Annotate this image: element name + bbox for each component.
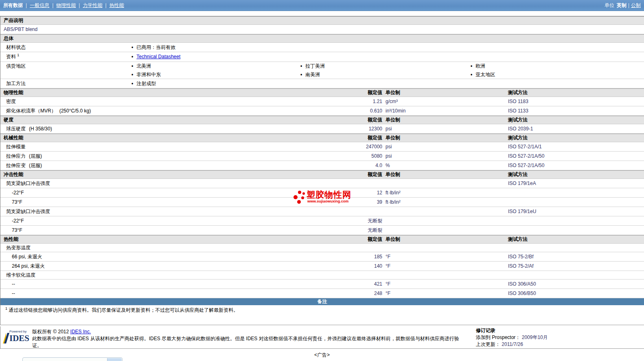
footer-text: 版权所有 © 2012 IDES Inc. 此数据表中的信息由 IDES 从该材… bbox=[32, 328, 468, 342]
bullet-icon: • bbox=[471, 63, 472, 69]
property-unit: psi bbox=[386, 142, 392, 151]
test-method: ISO 179/1eA bbox=[508, 179, 536, 188]
resource-row: 资料 1 •Technical Datasheet bbox=[0, 52, 644, 62]
column-header-method: 测试方法 bbox=[508, 134, 528, 142]
section-title: 产品说明 bbox=[4, 18, 23, 23]
property-value: 12300 bbox=[0, 124, 382, 133]
property-value: 248 bbox=[0, 289, 382, 298]
section-header-mechanical: 机械性能 额定值 单位制 测试方法 bbox=[0, 134, 644, 142]
column-header-method: 测试方法 bbox=[508, 171, 528, 178]
test-method: ISO 75-2/Af bbox=[508, 262, 534, 271]
table-row: 简支梁缺口冲击强度 ISO 179/1eU bbox=[0, 207, 644, 216]
property-label: 简支梁缺口冲击强度 bbox=[6, 209, 50, 214]
copyright-year: © 2012 bbox=[53, 329, 69, 335]
property-value: 5080 bbox=[0, 152, 382, 161]
test-method: ISO 306/B50 bbox=[508, 289, 536, 298]
status-value: •已商用：当前有效 bbox=[131, 43, 175, 52]
table-row: 66 psi, 未退火 185 °F ISO 75-2/Bf bbox=[0, 252, 644, 262]
table-row: -22°F 无断裂 bbox=[0, 216, 644, 226]
test-method: ISO 527-2/1A/1 bbox=[508, 142, 542, 151]
unit-metric-link[interactable]: 公制 bbox=[631, 2, 641, 9]
section-header-product: 产品说明 bbox=[0, 16, 644, 25]
column-header-value: 额定值 bbox=[0, 134, 382, 142]
added-value: 2009年10月 bbox=[522, 335, 548, 340]
bullet-icon: • bbox=[471, 72, 472, 77]
property-value: 421 bbox=[0, 280, 382, 288]
product-name-row: ABS/PBT blend bbox=[0, 25, 644, 34]
nav-separator: | bbox=[105, 2, 106, 8]
table-row: 热变形温度 bbox=[0, 244, 644, 252]
nav-separator: | bbox=[52, 2, 53, 8]
property-value: 39 bbox=[0, 198, 382, 207]
column-header-value: 额定值 bbox=[0, 116, 382, 124]
bullet-icon: • bbox=[300, 63, 302, 69]
test-method: ISO 1183 bbox=[508, 97, 528, 106]
property-value: 无断裂 bbox=[0, 226, 382, 235]
section-header-thermal: 热性能 额定值 单位制 测试方法 bbox=[0, 235, 644, 244]
region-item: •欧洲 bbox=[471, 62, 485, 70]
test-method: ISO 527-2/1A/50 bbox=[508, 152, 544, 161]
nav-links: 所有数据 | 一般信息 | 物理性能 | 力学性能 | 热性能 bbox=[3, 2, 124, 9]
table-row: 熔化体积流率（MVR）(250°C/5.0 kg) 0.610 in³/10mi… bbox=[0, 106, 644, 116]
table-row: 73°F 无断裂 bbox=[0, 226, 644, 235]
updated-value: 2011/7/26 bbox=[502, 341, 523, 347]
table-row: 密度 1.21 g/cm³ ISO 1183 bbox=[0, 97, 644, 106]
property-unit: ft·lb/in² bbox=[386, 198, 401, 207]
added-label: 添加到 Prospector： bbox=[476, 335, 520, 340]
product-name: ABS/PBT blend bbox=[4, 26, 37, 32]
property-unit: in³/10min bbox=[386, 106, 405, 115]
region-item: •亚太地区 bbox=[471, 70, 495, 79]
region-item: •非洲和中东 bbox=[131, 70, 161, 79]
section-header-impact: 冲击性能 额定值 单位制 测试方法 bbox=[0, 170, 644, 179]
notes-title: 备注 bbox=[318, 299, 327, 304]
nav-item-mechanical[interactable]: 力学性能 bbox=[83, 2, 102, 9]
property-label: 维卡软化温度 bbox=[6, 272, 35, 278]
nav-item-thermal[interactable]: 热性能 bbox=[110, 2, 124, 9]
test-method: ISO 306/A50 bbox=[508, 280, 536, 288]
notes-bar: 备注 bbox=[0, 298, 644, 305]
resource-item: •Technical Datasheet bbox=[131, 52, 180, 61]
nav-item-general-info[interactable]: 一般信息 bbox=[30, 2, 49, 9]
column-header-unit: 单位制 bbox=[386, 134, 400, 142]
column-header-unit: 单位制 bbox=[386, 89, 400, 97]
footnote-text: 通过这些链接您能够访问供应商资料。我们尽量保证及时更新资料；不过您可以从供应商处… bbox=[9, 307, 238, 313]
table-row: 球压硬度(H 358/30) 12300 psi ISO 2039-1 bbox=[0, 124, 644, 134]
bullet-icon: • bbox=[131, 72, 133, 77]
footer: Powered by IDES 版权所有 © 2012 IDES Inc. 此数… bbox=[0, 326, 644, 349]
test-method: ISO 75-2/Bf bbox=[508, 252, 534, 261]
property-label: 简支梁缺口冲击强度 bbox=[6, 180, 50, 186]
ides-inc-link[interactable]: IDES Inc. bbox=[70, 329, 91, 335]
region-item: •南美洲 bbox=[300, 70, 320, 79]
property-value: 140 bbox=[0, 262, 382, 271]
property-unit: g/cm³ bbox=[386, 97, 398, 106]
bullet-icon: • bbox=[300, 72, 302, 77]
column-header-value: 额定值 bbox=[0, 171, 382, 178]
dropdown-button[interactable] bbox=[107, 358, 122, 361]
property-unit: °F bbox=[386, 289, 390, 298]
nav-item-all-data[interactable]: 所有数据 bbox=[3, 2, 23, 9]
table-row: 简支梁缺口冲击强度 ISO 179/1eA bbox=[0, 179, 644, 188]
revision-record: 修订记录 添加到 Prospector： 2009年10月 上次更新： 2011… bbox=[476, 327, 548, 348]
property-value: 1.21 bbox=[0, 97, 382, 106]
column-header-unit: 单位制 bbox=[386, 116, 400, 124]
column-header-value: 额定值 bbox=[0, 89, 382, 97]
nav-item-physical[interactable]: 物理性能 bbox=[56, 2, 76, 9]
ad-select-dropdown[interactable] bbox=[22, 357, 123, 361]
nav-separator: | bbox=[79, 2, 80, 8]
bullet-icon: • bbox=[131, 54, 133, 59]
ides-logo[interactable]: Powered by IDES bbox=[3, 330, 30, 345]
nav-separator: | bbox=[26, 2, 27, 8]
bullet-icon: • bbox=[131, 44, 133, 50]
test-method: ISO 179/1eU bbox=[508, 207, 536, 216]
property-unit: ft·lb/in² bbox=[386, 188, 401, 197]
table-row: 维卡软化温度 bbox=[0, 271, 644, 280]
section-header-hardness: 硬度 额定值 单位制 测试方法 bbox=[0, 116, 644, 124]
nav-separator: | bbox=[628, 2, 629, 8]
processing-row: 加工方法 •注射成型 bbox=[0, 79, 644, 88]
updated-label: 上次更新： bbox=[476, 341, 500, 347]
technical-datasheet-link[interactable]: Technical Datasheet bbox=[136, 54, 180, 59]
property-label: 热变形温度 bbox=[6, 245, 31, 251]
section-header-general: 总体 bbox=[0, 34, 644, 43]
region-item: •北美洲 bbox=[131, 62, 151, 70]
units-label: 单位 bbox=[605, 2, 614, 9]
